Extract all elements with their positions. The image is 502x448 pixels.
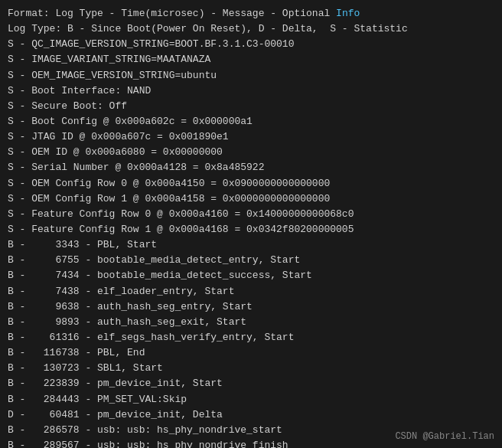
log-line: S - Secure Boot: Off: [8, 99, 494, 114]
log-line: B - 116738 - PBL, End: [8, 345, 494, 361]
log-line: S - Boot Interface: NAND: [8, 83, 494, 99]
log-line: B - 9893 - auth_hash_seg_exit, Start: [8, 315, 494, 330]
log-line: S - IMAGE_VARIANT_STRING=MAATANAZA: [8, 52, 494, 67]
log-line: B - 7434 - bootable_media_detect_success…: [8, 268, 494, 283]
log-line: Format: Log Type - Time(microsec) - Mess…: [8, 6, 494, 21]
log-line: B - 9638 - auth_hash_seg_entry, Start: [8, 299, 494, 315]
log-line: B - 223839 - pm_device_init, Start: [8, 376, 494, 391]
log-line: S - QC_IMAGE_VERSION_STRING=BOOT.BF.3.1.…: [8, 37, 494, 52]
log-line: B - 61316 - elf_segs_hash_verify_entry, …: [8, 330, 494, 345]
log-line: B - 130723 - SBL1, Start: [8, 361, 494, 376]
watermark-text: CSDN @Gabriel.Tian: [395, 431, 494, 442]
log-line: S - Feature Config Row 0 @ 0x000a4160 = …: [8, 207, 494, 222]
log-line: B - 284443 - PM_SET_VAL:Skip: [8, 392, 494, 407]
log-line: S - OEM_IMAGE_VERSION_STRING=ubuntu: [8, 68, 494, 83]
log-line: B - 7438 - elf_loader_entry, Start: [8, 284, 494, 299]
log-line: D - 60481 - pm_device_init, Delta: [8, 407, 494, 423]
log-line: S - JTAG ID @ 0x000a607c = 0x001890e1: [8, 129, 494, 145]
log-line: S - Boot Config @ 0x000a602c = 0x000000a…: [8, 114, 494, 129]
log-line: S - OEM Config Row 0 @ 0x000a4150 = 0x09…: [8, 176, 494, 191]
log-line: S - Serial Number @ 0x000a4128 = 0x8a485…: [8, 160, 494, 175]
log-line: B - 6755 - bootable_media_detect_entry, …: [8, 253, 494, 268]
terminal-container: Format: Log Type - Time(microsec) - Mess…: [0, 0, 502, 448]
log-line: S - Feature Config Row 1 @ 0x000a4168 = …: [8, 222, 494, 237]
log-line: B - 3343 - PBL, Start: [8, 237, 494, 253]
log-line: S - OEM Config Row 1 @ 0x000a4158 = 0x00…: [8, 191, 494, 207]
log-line: S - OEM ID @ 0x000a6080 = 0x00000000: [8, 145, 494, 160]
log-line: Log Type: B - Since Boot(Power On Reset)…: [8, 21, 494, 37]
